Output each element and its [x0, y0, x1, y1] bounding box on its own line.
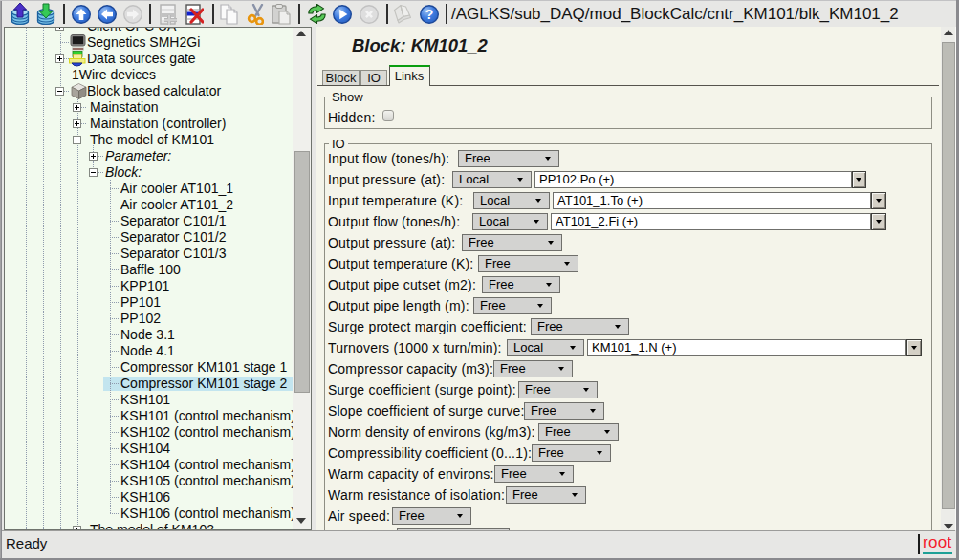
svg-text:?: ?: [425, 7, 434, 22]
